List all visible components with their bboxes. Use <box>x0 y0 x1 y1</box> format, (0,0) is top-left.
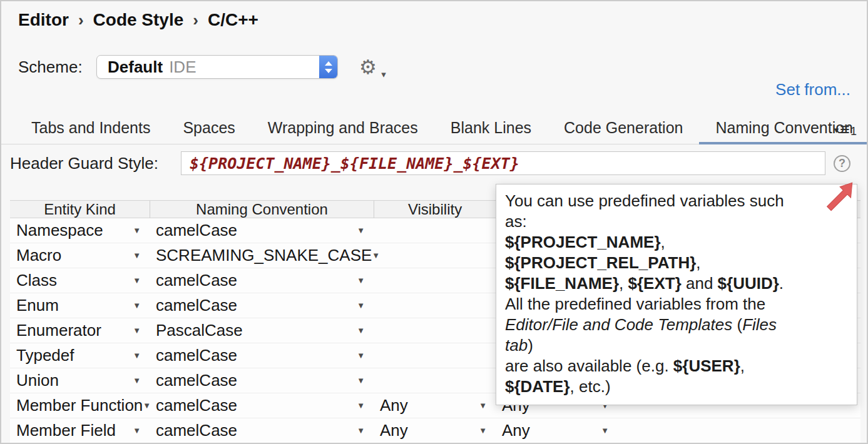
chevron-down-icon <box>325 69 332 73</box>
dropdown-arrow-icon[interactable]: ▼ <box>357 426 365 435</box>
cell-visibility <box>374 368 496 393</box>
cell-visibility <box>374 243 496 268</box>
cell-entity[interactable]: Macro▼ <box>10 243 150 268</box>
dropdown-arrow-icon[interactable]: ▼ <box>357 301 365 310</box>
breadcrumb-item-cpp[interactable]: C/C++ <box>208 10 258 30</box>
cell-entity[interactable]: Namespace▼ <box>10 218 150 243</box>
header-guard-row: Header Guard Style: ${PROJECT_NAME}_${FI… <box>10 151 850 175</box>
cell-visibility <box>374 343 496 368</box>
cell-value: Member Function <box>16 396 143 415</box>
gear-icon[interactable]: ⚙▾ <box>359 58 377 77</box>
cell-convention[interactable]: camelCase▼ <box>150 218 374 243</box>
cell-filler <box>618 418 860 443</box>
dropdown-arrow-icon[interactable]: ▼ <box>133 251 141 260</box>
tooltip-line: ${FILE_NAME}, ${EXT} and ${UUID}. <box>505 273 848 294</box>
cell-convention[interactable]: camelCase▼ <box>150 418 374 443</box>
tooltip-line: tab) <box>505 335 848 356</box>
dropdown-arrow-icon[interactable]: ▼ <box>357 276 365 285</box>
scheme-value: Default <box>108 58 163 77</box>
dropdown-arrow-icon[interactable]: ▼ <box>357 376 365 385</box>
cell-visibility <box>374 268 496 293</box>
tooltip-line: ${PROJECT_NAME}, <box>505 232 848 253</box>
cell-convention[interactable]: camelCase▼ <box>150 293 374 318</box>
cell-value: Member Field <box>16 421 116 440</box>
cell-entity[interactable]: Enumerator▼ <box>10 318 150 343</box>
tab-blank-lines[interactable]: Blank Lines <box>434 114 548 144</box>
tooltip-line: ${DATE}, etc.) <box>505 376 848 397</box>
list-icon: ≡ <box>840 121 850 138</box>
tab-code-generation[interactable]: Code Generation <box>548 114 699 144</box>
tooltip-line: ${PROJECT_REL_PATH}, <box>505 253 848 273</box>
scheme-select[interactable]: Default IDE <box>96 55 338 79</box>
dropdown-arrow-icon[interactable]: ▼ <box>133 276 141 285</box>
table-row: Member Field▼camelCase▼Any▼Any▼ <box>10 418 860 443</box>
cell-visibility[interactable]: Any▼ <box>374 393 496 418</box>
scheme-label: Scheme: <box>18 58 96 77</box>
dropdown-arrow-icon[interactable]: ▼ <box>133 376 141 385</box>
cell-entity[interactable]: Member Function▼ <box>10 393 150 418</box>
help-icon[interactable]: ? <box>834 155 850 172</box>
hidden-tabs-count: 1 <box>850 125 857 138</box>
dropdown-arrow-icon[interactable]: ▼ <box>479 426 487 435</box>
chevron-down-icon: ▾ <box>381 69 386 79</box>
column-header-entity-kind: Entity Kind <box>10 201 150 218</box>
cell-value: camelCase <box>156 346 237 365</box>
hidden-tabs-button[interactable]: ▾ ≡ 1 <box>834 121 857 138</box>
cell-value: camelCase <box>156 221 237 240</box>
set-from-link[interactable]: Set from... <box>775 80 850 99</box>
tooltip-line: You can use predefined variables such <box>505 191 848 211</box>
dropdown-arrow-icon[interactable]: ▼ <box>133 426 141 435</box>
dropdown-arrow-icon[interactable]: ▼ <box>357 326 365 335</box>
cell-col4[interactable]: Any▼ <box>496 418 618 443</box>
dropdown-arrow-icon[interactable]: ▼ <box>133 301 141 310</box>
dropdown-arrow-icon[interactable]: ▼ <box>133 326 141 335</box>
cell-visibility <box>374 218 496 243</box>
tab-spaces[interactable]: Spaces <box>166 114 251 144</box>
column-header-naming-convention: Naming Convention <box>150 201 374 218</box>
chevron-down-icon: ▾ <box>834 124 839 136</box>
tooltip-line: All the predefined variables from the <box>505 294 848 315</box>
cell-entity[interactable]: Member Field▼ <box>10 418 150 443</box>
tab-wrapping-and-braces[interactable]: Wrapping and Braces <box>252 114 434 144</box>
cell-value: Any <box>380 421 408 440</box>
cell-value: Any <box>380 396 408 415</box>
dropdown-arrow-icon[interactable]: ▼ <box>357 351 365 360</box>
cell-value: Namespace <box>16 221 103 240</box>
cell-visibility <box>374 293 496 318</box>
dropdown-arrow-icon[interactable]: ▼ <box>601 426 609 435</box>
cell-value: PascalCase <box>156 321 243 340</box>
cell-entity[interactable]: Union▼ <box>10 368 150 393</box>
header-guard-value: ${PROJECT_NAME}_${FILE_NAME}_${EXT} <box>190 154 519 173</box>
cell-convention[interactable]: camelCase▼ <box>150 268 374 293</box>
cell-visibility[interactable]: Any▼ <box>374 418 496 443</box>
cell-convention[interactable]: camelCase▼ <box>150 368 374 393</box>
dropdown-arrow-icon[interactable]: ▼ <box>133 351 141 360</box>
cell-entity[interactable]: Enum▼ <box>10 293 150 318</box>
tooltip-line: as: <box>505 211 848 232</box>
cell-entity[interactable]: Class▼ <box>10 268 150 293</box>
cell-value: camelCase <box>156 371 237 390</box>
breadcrumb-item-code-style[interactable]: Code Style <box>93 10 184 30</box>
cell-convention[interactable]: camelCase▼ <box>150 393 374 418</box>
cell-value: camelCase <box>156 421 237 440</box>
dropdown-arrow-icon[interactable]: ▼ <box>357 401 365 410</box>
tooltip-text: You can use predefined variables suchas:… <box>505 191 848 397</box>
dropdown-arrow-icon[interactable]: ▼ <box>479 401 487 410</box>
header-guard-input[interactable]: ${PROJECT_NAME}_${FILE_NAME}_${EXT} <box>181 151 825 175</box>
breadcrumb-separator: › <box>193 11 198 30</box>
cell-value: camelCase <box>156 296 237 315</box>
tab-tabs-and-indents[interactable]: Tabs and Indents <box>15 114 166 144</box>
tooltip-line: are also available (e.g. ${USER}, <box>505 356 848 376</box>
cell-convention[interactable]: SCREAMING_SNAKE_CASE▼ <box>150 243 374 268</box>
cell-entity[interactable]: Typedef▼ <box>10 343 150 368</box>
combo-stepper-icon[interactable] <box>319 56 337 78</box>
breadcrumb-item-editor[interactable]: Editor <box>18 10 69 30</box>
dropdown-arrow-icon[interactable]: ▼ <box>133 226 141 235</box>
cell-convention[interactable]: PascalCase▼ <box>150 318 374 343</box>
chevron-up-icon <box>325 61 332 66</box>
dropdown-arrow-icon[interactable]: ▼ <box>357 226 365 235</box>
column-header-visibility: Visibility <box>374 201 496 218</box>
cell-value: Macro <box>16 246 61 265</box>
cell-convention[interactable]: camelCase▼ <box>150 343 374 368</box>
cell-value: Any <box>502 421 530 440</box>
